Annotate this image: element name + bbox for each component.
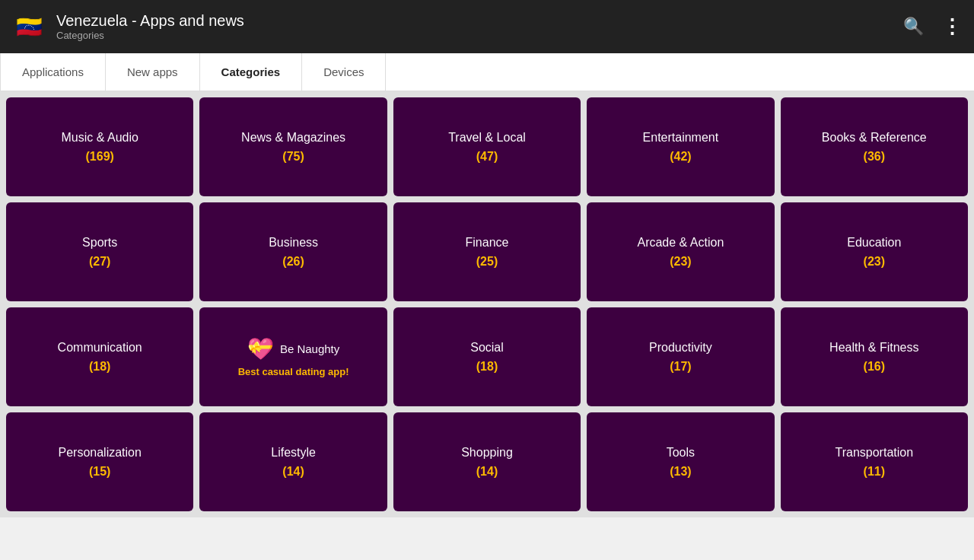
- ad-emoji: 💝: [247, 336, 274, 361]
- category-count: (17): [670, 360, 691, 374]
- category-card-news-magazines[interactable]: News & Magazines (75): [199, 97, 387, 196]
- category-name: Tools: [660, 445, 701, 461]
- category-count: (36): [864, 150, 885, 164]
- search-icon[interactable]: 🔍: [903, 17, 924, 37]
- category-card-sports[interactable]: Sports (27): [6, 202, 193, 301]
- category-name: Education: [841, 235, 907, 251]
- category-grid: Music & Audio (169) News & Magazines (75…: [0, 91, 974, 517]
- category-count: (15): [89, 465, 110, 479]
- category-card-productivity[interactable]: Productivity (17): [587, 307, 774, 406]
- category-name: Entertainment: [637, 130, 725, 146]
- category-count: (25): [476, 255, 498, 269]
- category-count: (169): [86, 150, 114, 164]
- category-count: (23): [670, 255, 691, 269]
- category-count: (13): [670, 465, 691, 479]
- category-count: (18): [89, 360, 110, 374]
- category-card-social[interactable]: Social (18): [393, 307, 581, 406]
- category-count: (42): [670, 150, 691, 164]
- category-count: (16): [864, 360, 885, 374]
- nav-item-devices[interactable]: Devices: [302, 53, 386, 91]
- category-name: Finance: [460, 235, 515, 251]
- category-name: Communication: [52, 340, 148, 356]
- category-card-personalization[interactable]: Personalization (15): [6, 412, 193, 511]
- category-card-lifestyle[interactable]: Lifestyle (14): [199, 412, 387, 511]
- category-name: Books & Reference: [816, 130, 933, 146]
- header: 🇻🇪 Venezuela - Apps and news Categories …: [0, 0, 974, 53]
- header-subtitle: Categories: [56, 30, 244, 41]
- nav-item-applications[interactable]: Applications: [0, 53, 106, 91]
- category-name: Business: [263, 235, 324, 251]
- menu-icon[interactable]: ⋮: [942, 15, 962, 39]
- category-card-shopping[interactable]: Shopping (14): [393, 412, 581, 511]
- category-card-entertainment[interactable]: Entertainment (42): [587, 97, 774, 196]
- category-count: (27): [89, 255, 110, 269]
- header-title-group: Venezuela - Apps and news Categories: [56, 12, 244, 41]
- category-count: (14): [282, 465, 304, 479]
- category-name: Lifestyle: [265, 445, 322, 461]
- ad-inner: 💝 Be Naughty Best casual dating app!: [238, 336, 349, 377]
- category-name: Health & Fitness: [823, 340, 925, 356]
- ad-subtitle: Best casual dating app!: [238, 366, 349, 377]
- navbar: ApplicationsNew appsCategoriesDevices: [0, 53, 974, 91]
- category-card-arcade-action[interactable]: Arcade & Action (23): [587, 202, 774, 301]
- category-count: (75): [282, 150, 304, 164]
- category-card-travel-local[interactable]: Travel & Local (47): [393, 97, 581, 196]
- category-name: Shopping: [455, 445, 519, 461]
- nav-item-categories[interactable]: Categories: [200, 53, 303, 91]
- category-name: Music & Audio: [56, 130, 145, 146]
- category-name: News & Magazines: [235, 130, 352, 146]
- category-count: (26): [282, 255, 304, 269]
- nav-item-new-apps[interactable]: New apps: [106, 53, 200, 91]
- category-card-communication[interactable]: Communication (18): [6, 307, 193, 406]
- flag-icon: 🇻🇪: [12, 10, 46, 43]
- category-card-books-reference[interactable]: Books & Reference (36): [781, 97, 968, 196]
- header-actions: 🔍 ⋮: [903, 15, 962, 39]
- category-card-health-fitness[interactable]: Health & Fitness (16): [781, 307, 968, 406]
- header-title: Venezuela - Apps and news: [56, 12, 244, 30]
- category-card-education[interactable]: Education (23): [781, 202, 968, 301]
- category-name: Personalization: [52, 445, 147, 461]
- category-name: Social: [464, 340, 510, 356]
- ad-icon-row: 💝 Be Naughty: [247, 336, 339, 361]
- category-name: Productivity: [643, 340, 718, 356]
- category-count: (47): [476, 150, 498, 164]
- header-left: 🇻🇪 Venezuela - Apps and news Categories: [12, 10, 244, 43]
- category-name: Transportation: [829, 445, 920, 461]
- category-count: (11): [864, 465, 885, 479]
- ad-card-ad-be-naughty[interactable]: 💝 Be Naughty Best casual dating app!: [199, 307, 387, 406]
- category-name: Travel & Local: [442, 130, 532, 146]
- category-count: (23): [864, 255, 885, 269]
- category-card-tools[interactable]: Tools (13): [587, 412, 774, 511]
- category-count: (18): [476, 360, 498, 374]
- ad-title: Be Naughty: [280, 342, 339, 355]
- category-name: Arcade & Action: [631, 235, 730, 251]
- category-count: (14): [476, 465, 498, 479]
- category-card-transportation[interactable]: Transportation (11): [781, 412, 968, 511]
- category-name: Sports: [76, 235, 123, 251]
- category-card-music-audio[interactable]: Music & Audio (169): [6, 97, 193, 196]
- category-card-business[interactable]: Business (26): [199, 202, 387, 301]
- category-card-finance[interactable]: Finance (25): [393, 202, 581, 301]
